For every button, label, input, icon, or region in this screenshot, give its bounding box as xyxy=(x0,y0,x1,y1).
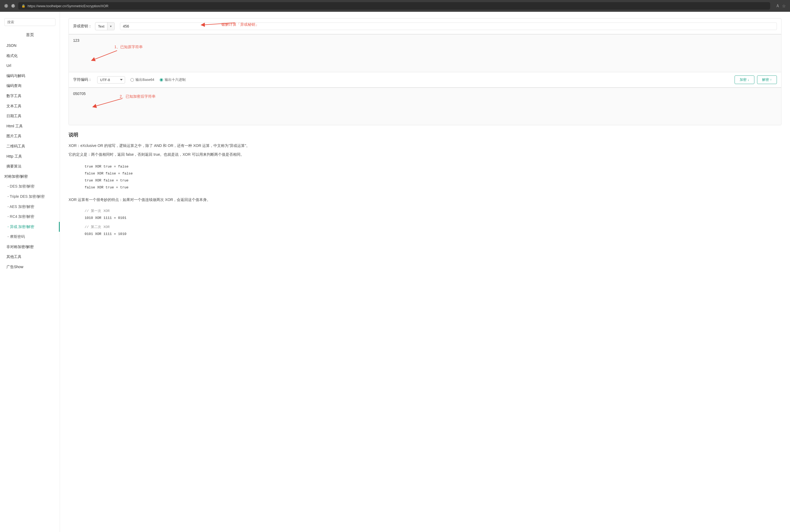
sidebar-home[interactable]: 首页 xyxy=(0,30,60,41)
encrypt-button[interactable]: 加密 ↓ xyxy=(735,75,754,84)
sidebar: 首页 JSON 格式化 Url 编码与解码 编码查询 数字工具 文本工具 日期工… xyxy=(0,12,60,532)
code-line-1: true XOR true = false xyxy=(85,163,782,170)
output-hex-label: 输出十六进制 xyxy=(165,77,186,82)
search-input[interactable] xyxy=(4,18,55,26)
code-line-2: false XOR false = false xyxy=(85,170,782,177)
sidebar-item-http-tools[interactable]: Http 工具 xyxy=(0,151,60,162)
code-line-4: false XOR true = true xyxy=(85,184,782,191)
sidebar-item-html-tools[interactable]: Html 工具 xyxy=(0,121,60,131)
bookmark-button[interactable]: ☆ xyxy=(782,3,786,9)
output-hex-radio-label[interactable]: 输出十六进制 xyxy=(160,77,186,82)
sidebar-item-text-tools[interactable]: 文本工具 xyxy=(0,101,60,111)
browser-actions: Ａ ☆ xyxy=(775,3,786,9)
code-block-1: true XOR true = false false XOR false = … xyxy=(69,163,782,191)
output-arrow-svg xyxy=(85,91,152,117)
url-text: https://www.toolhelper.cn/SymmetricEncry… xyxy=(27,4,108,8)
sidebar-item-ad-show[interactable]: 广告Show xyxy=(0,262,60,272)
code-block-2: // 第一次 XOR 1010 XOR 1111 = 0101 // 第二次 X… xyxy=(69,208,782,238)
code-comment-2: // 第二次 XOR xyxy=(85,224,782,231)
output-hex-radio[interactable] xyxy=(160,78,163,82)
input-textarea[interactable] xyxy=(69,35,781,72)
code-line-3: true XOR false = true xyxy=(85,177,782,184)
key-input[interactable] xyxy=(120,22,777,30)
sidebar-item-number-tools[interactable]: 数字工具 xyxy=(0,91,60,101)
key-type-text: Text xyxy=(95,22,107,30)
sidebar-item-morse[interactable]: - 摩斯密码 xyxy=(0,232,60,242)
sidebar-item-xor[interactable]: - 异或 加密/解密 xyxy=(0,222,60,232)
output-format-radio-group: 输出Base64 输出十六进制 xyxy=(130,77,186,82)
sidebar-item-image-tools[interactable]: 图片工具 xyxy=(0,131,60,141)
description-para1: XOR：eXclusive OR 的缩写，逻辑运算之中，除了 AND 和 OR，… xyxy=(69,142,782,149)
main-content: 异或密钥： Text ▼ 破解计算「异或秘钥」 xyxy=(60,12,790,532)
sidebar-item-qrcode-tools[interactable]: 二维码工具 xyxy=(0,141,60,151)
sidebar-item-symmetric[interactable]: 对称加密/解密 xyxy=(0,172,60,182)
encoding-select[interactable]: UTF-8 GBK UTF-16 ISO-8859-1 xyxy=(97,76,125,83)
sidebar-item-asymmetric[interactable]: 非对称加密/解密 xyxy=(0,242,60,252)
sidebar-item-url[interactable]: Url xyxy=(0,61,60,71)
output-annotation-text: 2、已知加密后字符串 xyxy=(120,94,155,99)
sidebar-item-date-tools[interactable]: 日期工具 xyxy=(0,111,60,121)
btn-group: 加密 ↓ 解密 ↑ xyxy=(735,75,777,84)
description-title: 说明 xyxy=(69,132,782,138)
output-value: 050705 xyxy=(73,92,86,96)
profile-button[interactable]: Ａ xyxy=(775,3,780,9)
input-area: 1、已知原字符串 xyxy=(69,34,781,72)
code-xor-line-2: 0101 XOR 1111 = 1010 xyxy=(85,231,782,238)
description-para2: 它的定义是：两个值相同时，返回 false，否则返回 true。也就是说，XOR… xyxy=(69,151,782,158)
code-xor-line-1: 1010 XOR 1111 = 0101 xyxy=(85,215,782,222)
sidebar-item-encode-decode[interactable]: 编码与解码 xyxy=(0,71,60,81)
decrypt-button[interactable]: 解密 ↑ xyxy=(757,75,777,84)
key-type-select[interactable]: Text ▼ xyxy=(95,22,115,30)
browser-chrome: 🔒 https://www.toolhelper.cn/SymmetricEnc… xyxy=(0,0,790,12)
sidebar-search-container xyxy=(0,16,60,30)
sidebar-item-rc4[interactable]: - RC4 加密/解密 xyxy=(0,212,60,222)
sidebar-item-other-tools[interactable]: 其他工具 xyxy=(0,252,60,262)
address-bar[interactable]: 🔒 https://www.toolhelper.cn/SymmetricEnc… xyxy=(18,2,770,10)
sidebar-item-json[interactable]: JSON xyxy=(0,41,60,51)
key-label: 异或密钥： xyxy=(73,24,92,28)
lock-icon: 🔒 xyxy=(21,4,25,8)
encoding-row: 字符编码： UTF-8 GBK UTF-16 ISO-8859-1 输出Base… xyxy=(69,72,781,88)
sidebar-item-triple-des[interactable]: - Triple DES 加密/解密 xyxy=(0,192,60,202)
output-base64-label: 输出Base64 xyxy=(135,77,154,82)
page-layout: 首页 JSON 格式化 Url 编码与解码 编码查询 数字工具 文本工具 日期工… xyxy=(0,12,790,532)
sidebar-item-digest[interactable]: 摘要算法 xyxy=(0,162,60,172)
output-base64-radio[interactable] xyxy=(130,78,134,82)
description-section: 说明 XOR：eXclusive OR 的缩写，逻辑运算之中，除了 AND 和 … xyxy=(69,125,782,238)
encoding-label: 字符编码： xyxy=(73,77,92,82)
refresh-button[interactable] xyxy=(11,4,15,8)
key-type-dropdown-arrow[interactable]: ▼ xyxy=(107,22,114,30)
key-row: 异或密钥： Text ▼ 破解计算「异或秘钥」 xyxy=(69,18,781,34)
sidebar-item-aes[interactable]: - AES 加密/解密 xyxy=(0,202,60,212)
back-button[interactable] xyxy=(4,4,8,8)
code-comment-1: // 第一次 XOR xyxy=(85,208,782,215)
tool-wrapper: 异或密钥： Text ▼ 破解计算「异或秘钥」 xyxy=(69,18,782,125)
sidebar-item-des[interactable]: - DES 加密/解密 xyxy=(0,182,60,192)
output-base64-radio-label[interactable]: 输出Base64 xyxy=(130,77,154,82)
sidebar-item-format[interactable]: 格式化 xyxy=(0,51,60,61)
output-area: 050705 2、已知加密后字符串 xyxy=(69,88,781,125)
sidebar-item-encode-query[interactable]: 编码查询 xyxy=(0,81,60,91)
description-note: XOR 运算有一个很奇妙的特点：如果对一个值连续做两次 XOR，会返回这个值本身… xyxy=(69,196,782,203)
